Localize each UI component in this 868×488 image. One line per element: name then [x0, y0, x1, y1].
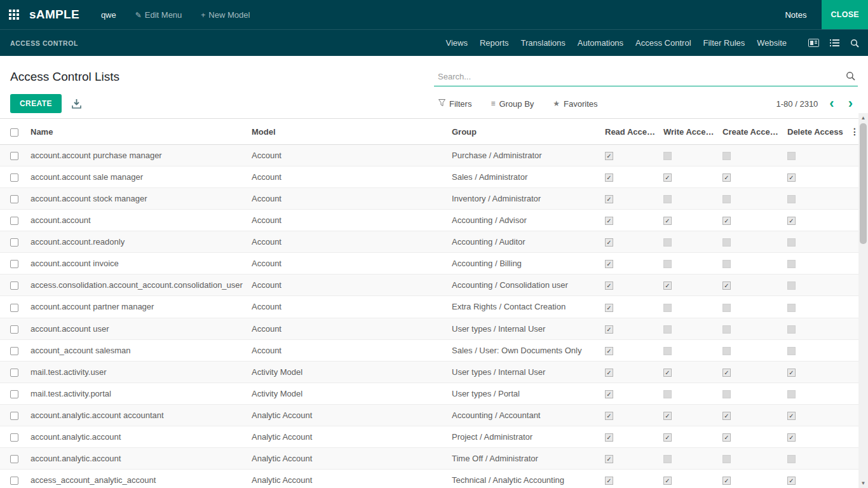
column-options-icon[interactable]: ⋮	[848, 119, 858, 145]
row-checkbox[interactable]	[10, 390, 18, 398]
row-checkbox[interactable]	[10, 173, 18, 182]
table-row[interactable]: mail.test.activity.userActivity ModelUse…	[0, 361, 858, 383]
cell-model[interactable]: Analytic Account	[249, 469, 449, 488]
apps-grid-icon[interactable]	[9, 10, 19, 20]
cell-group[interactable]: Time Off / Administrator	[449, 447, 602, 469]
favorites-button[interactable]: ★ Favorites	[553, 99, 597, 109]
table-row[interactable]: account.account userAccountUser types / …	[0, 318, 858, 339]
row-checkbox[interactable]	[10, 304, 18, 312]
kanban-view-icon[interactable]	[808, 39, 819, 47]
cell-group[interactable]: Sales / User: Own Documents Only	[449, 339, 602, 361]
cell-group[interactable]: Technical / Analytic Accounting	[449, 469, 602, 488]
list-view-icon[interactable]	[830, 39, 839, 47]
header-name[interactable]: Name	[28, 119, 249, 145]
cell-model[interactable]: Account	[249, 210, 449, 231]
cell-group[interactable]: User types / Internal User	[449, 361, 602, 383]
new-model-button[interactable]: +New Model	[201, 10, 250, 20]
row-checkbox[interactable]	[10, 477, 18, 485]
cell-model[interactable]: Analytic Account	[249, 447, 449, 469]
scrollbar[interactable]: ▲ ▼	[858, 113, 868, 488]
cell-model[interactable]: Analytic Account	[249, 426, 449, 447]
cell-model[interactable]: Account	[249, 253, 449, 274]
row-checkbox[interactable]	[10, 217, 18, 225]
cell-model[interactable]: Account	[249, 318, 449, 339]
pager-prev-icon[interactable]: ‹	[827, 97, 836, 110]
table-row[interactable]: account.account.readonlyAccountAccountin…	[0, 231, 858, 253]
table-row[interactable]: account_account salesmanAccountSales / U…	[0, 339, 858, 361]
select-all-checkbox[interactable]	[10, 128, 18, 137]
search-input[interactable]	[434, 67, 858, 86]
cell-model[interactable]: Analytic Account	[249, 404, 449, 426]
row-checkbox[interactable]	[10, 347, 18, 355]
cell-group[interactable]: Accounting / Billing	[449, 253, 602, 274]
cell-name[interactable]: mail.test.activity.portal	[28, 383, 249, 404]
cell-name[interactable]: account.account invoice	[28, 253, 249, 274]
menu-item-qwe[interactable]: qwe	[101, 10, 116, 20]
cell-group[interactable]: Accounting / Advisor	[449, 210, 602, 231]
header-create-access[interactable]: Create Acce…	[720, 119, 785, 145]
cell-model[interactable]: Account	[249, 145, 449, 166]
table-row[interactable]: account.analytic.account accountantAnaly…	[0, 404, 858, 426]
cell-model[interactable]: Account	[249, 188, 449, 210]
cell-group[interactable]: Sales / Administrator	[449, 166, 602, 188]
cell-model[interactable]: Account	[249, 166, 449, 188]
header-write-access[interactable]: Write Acce…	[661, 119, 720, 145]
row-checkbox[interactable]	[10, 412, 18, 420]
table-row[interactable]: account.account purchase managerAccountP…	[0, 145, 858, 166]
cell-model[interactable]: Account	[249, 274, 449, 296]
scrollbar-thumb[interactable]	[860, 123, 867, 244]
pager-next-icon[interactable]: ›	[846, 97, 855, 110]
table-row[interactable]: access.consolidation.account_account.con…	[0, 274, 858, 296]
row-checkbox[interactable]	[10, 260, 18, 268]
row-checkbox[interactable]	[10, 433, 18, 442]
cell-model[interactable]: Activity Model	[249, 361, 449, 383]
nav-filter-rules[interactable]: Filter Rules	[703, 38, 745, 48]
cell-model[interactable]: Account	[249, 231, 449, 253]
nav-access-control[interactable]: Access Control	[635, 38, 691, 48]
create-button[interactable]: CREATE	[10, 94, 62, 113]
cell-group[interactable]: User types / Portal	[449, 383, 602, 404]
cell-name[interactable]: account.account stock manager	[28, 188, 249, 210]
row-checkbox[interactable]	[10, 325, 18, 334]
cell-name[interactable]: account.account.readonly	[28, 231, 249, 253]
row-checkbox[interactable]	[10, 238, 18, 247]
row-checkbox[interactable]	[10, 369, 18, 377]
cell-name[interactable]: account.account user	[28, 318, 249, 339]
row-checkbox[interactable]	[10, 195, 18, 203]
table-row[interactable]: mail.test.activity.portalActivity ModelU…	[0, 383, 858, 404]
cell-name[interactable]: account.account sale manager	[28, 166, 249, 188]
search-icon[interactable]	[850, 39, 859, 48]
cell-name[interactable]: account.analytic.account	[28, 447, 249, 469]
cell-group[interactable]: Accounting / Accountant	[449, 404, 602, 426]
cell-name[interactable]: mail.test.activity.user	[28, 361, 249, 383]
cell-name[interactable]: account.account	[28, 210, 249, 231]
row-checkbox[interactable]	[10, 152, 18, 160]
nav-website[interactable]: Website	[757, 38, 787, 48]
cell-model[interactable]: Account	[249, 339, 449, 361]
cell-group[interactable]: Purchase / Administrator	[449, 145, 602, 166]
table-row[interactable]: access_account_analytic_accountAnalytic …	[0, 469, 858, 488]
cell-group[interactable]: Inventory / Administrator	[449, 188, 602, 210]
header-read-access[interactable]: Read Acce…	[602, 119, 661, 145]
nav-views[interactable]: Views	[446, 38, 468, 48]
table-row[interactable]: account.account invoiceAccountAccounting…	[0, 253, 858, 274]
group-by-button[interactable]: ≡ Group By	[491, 99, 534, 109]
nav-automations[interactable]: Automations	[578, 38, 623, 48]
table-row[interactable]: account.account sale managerAccountSales…	[0, 166, 858, 188]
close-button[interactable]: CLOSE	[822, 0, 868, 29]
notes-button[interactable]: Notes	[785, 10, 806, 20]
cell-name[interactable]: account.analytic.account	[28, 426, 249, 447]
row-checkbox[interactable]	[10, 281, 18, 290]
nav-translations[interactable]: Translations	[521, 38, 566, 48]
cell-name[interactable]: account.account purchase manager	[28, 145, 249, 166]
filters-button[interactable]: Filters	[438, 99, 471, 109]
header-model[interactable]: Model	[249, 119, 449, 145]
cell-group[interactable]: Extra Rights / Contact Creation	[449, 296, 602, 318]
scroll-down-icon[interactable]: ▼	[858, 478, 868, 488]
edit-menu-button[interactable]: ✎Edit Menu	[135, 10, 182, 20]
cell-name[interactable]: account.analytic.account accountant	[28, 404, 249, 426]
nav-reports[interactable]: Reports	[480, 38, 509, 48]
cell-name[interactable]: account_account salesman	[28, 339, 249, 361]
header-group[interactable]: Group	[449, 119, 602, 145]
cell-group[interactable]: Project / Administrator	[449, 426, 602, 447]
